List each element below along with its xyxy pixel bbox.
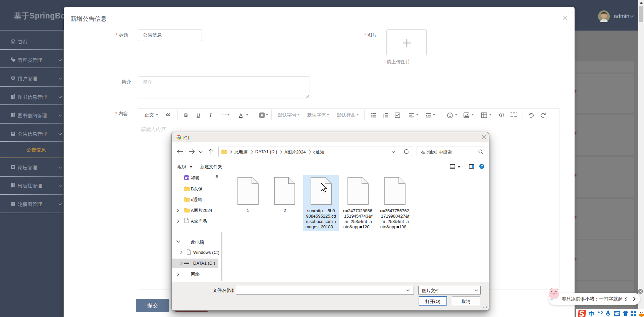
svg-text:A: A <box>261 113 263 117</box>
svg-text:?: ? <box>481 165 483 168</box>
svg-text:3: 3 <box>383 116 384 118</box>
